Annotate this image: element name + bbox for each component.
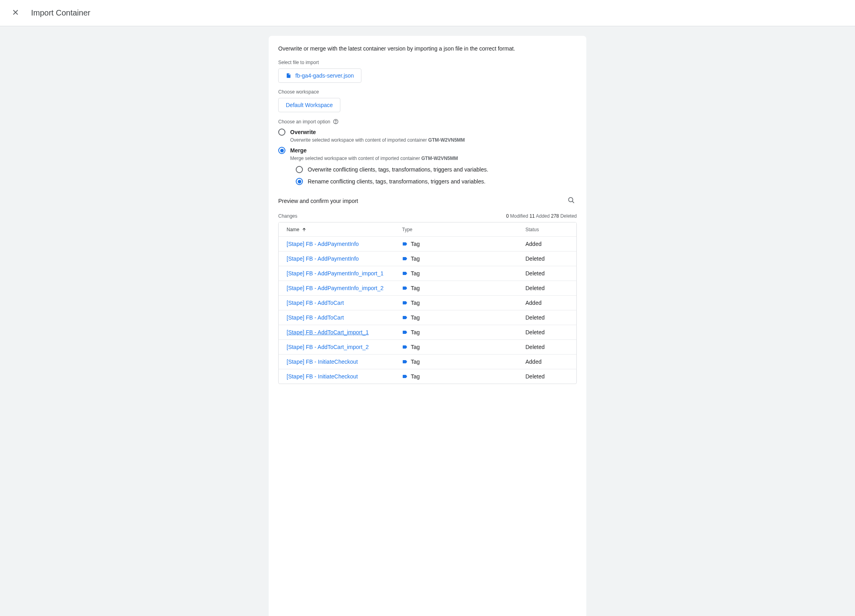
table-row: [Stape] FB - AddToCartTagDeleted [279, 310, 576, 325]
table-row: [Stape] FB - InitiateCheckoutTagAdded [279, 355, 576, 369]
row-status: Deleted [525, 255, 545, 262]
merge-radio-row[interactable]: Merge [278, 147, 577, 154]
col-type-header[interactable]: Type [402, 227, 525, 232]
tag-icon [402, 315, 408, 320]
row-status: Added [525, 300, 541, 306]
svg-point-1 [336, 123, 336, 123]
row-name-link[interactable]: [Stape] FB - AddToCart [287, 314, 344, 321]
search-icon [567, 196, 575, 204]
workspace-label: Choose workspace [278, 89, 577, 95]
preview-title: Preview and confirm your import [278, 198, 358, 204]
tag-icon [402, 329, 408, 335]
changes-table: Name Type Status [Stape] FB - AddPayment… [278, 222, 577, 384]
row-name-link[interactable]: [Stape] FB - InitiateCheckout [287, 359, 358, 365]
import-option-label-text: Choose an import option [278, 119, 330, 125]
tag-icon [402, 359, 408, 365]
row-type: Tag [411, 285, 420, 291]
row-status: Deleted [525, 373, 545, 380]
row-type: Tag [411, 373, 420, 380]
col-name-header[interactable]: Name [287, 227, 402, 232]
sub-rename-radio-row[interactable]: Rename conflicting clients, tags, transf… [296, 178, 577, 185]
sub-overwrite-radio-row[interactable]: Overwrite conflicting clients, tags, tra… [296, 166, 577, 173]
table-row: [Stape] FB - AddToCart_import_1TagDelete… [279, 325, 576, 340]
file-label: Select file to import [278, 60, 577, 65]
intro-text: Overwrite or merge with the latest conta… [278, 45, 577, 52]
arrow-up-icon [302, 227, 306, 232]
row-status: Deleted [525, 344, 545, 350]
changes-label: Changes [278, 213, 297, 219]
row-name-link[interactable]: [Stape] FB - AddPaymentInfo_import_1 [287, 270, 384, 277]
table-row: [Stape] FB - AddPaymentInfoTagAdded [279, 237, 576, 251]
changes-stats: 0 Modified 11 Added 278 Deleted [506, 213, 577, 219]
row-status: Deleted [525, 270, 545, 277]
merge-label: Merge [290, 147, 306, 154]
tag-icon [402, 285, 408, 291]
row-type: Tag [411, 359, 420, 365]
overwrite-label: Overwrite [290, 129, 316, 135]
file-name: fb-ga4-gads-server.json [295, 72, 354, 79]
tag-icon [402, 300, 408, 306]
row-status: Added [525, 241, 541, 247]
row-name-link[interactable]: [Stape] FB - AddPaymentInfo [287, 255, 359, 262]
row-type: Tag [411, 241, 420, 247]
overwrite-desc: Overwrite selected workspace with conten… [290, 137, 577, 143]
overwrite-radio-row[interactable]: Overwrite [278, 129, 577, 136]
radio-icon [296, 178, 303, 185]
tag-icon [402, 241, 408, 247]
radio-icon [278, 147, 285, 154]
row-name-link[interactable]: [Stape] FB - AddToCart_import_2 [287, 344, 369, 350]
radio-icon [278, 129, 285, 136]
sub-rename-label: Rename conflicting clients, tags, transf… [308, 178, 486, 185]
row-type: Tag [411, 270, 420, 277]
row-name-link[interactable]: [Stape] FB - AddToCart_import_1 [287, 329, 369, 335]
row-status: Deleted [525, 285, 545, 291]
workspace-value: Default Workspace [286, 102, 333, 108]
sub-overwrite-label: Overwrite conflicting clients, tags, tra… [308, 166, 488, 173]
row-status: Deleted [525, 314, 545, 321]
col-status-header[interactable]: Status [525, 227, 568, 232]
table-row: [Stape] FB - AddPaymentInfoTagDeleted [279, 251, 576, 266]
close-button[interactable] [10, 6, 21, 19]
merge-desc: Merge selected workspace with content of… [290, 156, 577, 161]
row-name-link[interactable]: [Stape] FB - InitiateCheckout [287, 373, 358, 380]
row-type: Tag [411, 344, 420, 350]
row-name-link[interactable]: [Stape] FB - AddPaymentInfo [287, 241, 359, 247]
help-icon[interactable] [333, 119, 339, 125]
file-select-button[interactable]: fb-ga4-gads-server.json [278, 68, 361, 83]
tag-icon [402, 344, 408, 350]
radio-icon [296, 166, 303, 173]
close-icon [11, 8, 20, 17]
main-card: Overwrite or merge with the latest conta… [269, 36, 586, 616]
row-type: Tag [411, 300, 420, 306]
table-row: [Stape] FB - AddToCart_import_2TagDelete… [279, 340, 576, 355]
file-icon [286, 72, 291, 79]
row-name-link[interactable]: [Stape] FB - AddPaymentInfo_import_2 [287, 285, 384, 291]
tag-icon [402, 374, 408, 379]
row-name-link[interactable]: [Stape] FB - AddToCart [287, 300, 344, 306]
page-title: Import Container [31, 8, 90, 18]
table-row: [Stape] FB - AddPaymentInfo_import_2TagD… [279, 281, 576, 296]
table-header: Name Type Status [279, 222, 576, 237]
table-row: [Stape] FB - AddPaymentInfo_import_1TagD… [279, 266, 576, 281]
workspace-button[interactable]: Default Workspace [278, 98, 340, 112]
row-type: Tag [411, 255, 420, 262]
search-button[interactable] [566, 195, 577, 207]
row-type: Tag [411, 314, 420, 321]
row-status: Deleted [525, 329, 545, 335]
import-option-label: Choose an import option [278, 119, 577, 125]
table-row: [Stape] FB - InitiateCheckoutTagDeleted [279, 369, 576, 384]
tag-icon [402, 271, 408, 276]
table-row: [Stape] FB - AddToCartTagAdded [279, 296, 576, 310]
tag-icon [402, 256, 408, 261]
row-status: Added [525, 359, 541, 365]
row-type: Tag [411, 329, 420, 335]
